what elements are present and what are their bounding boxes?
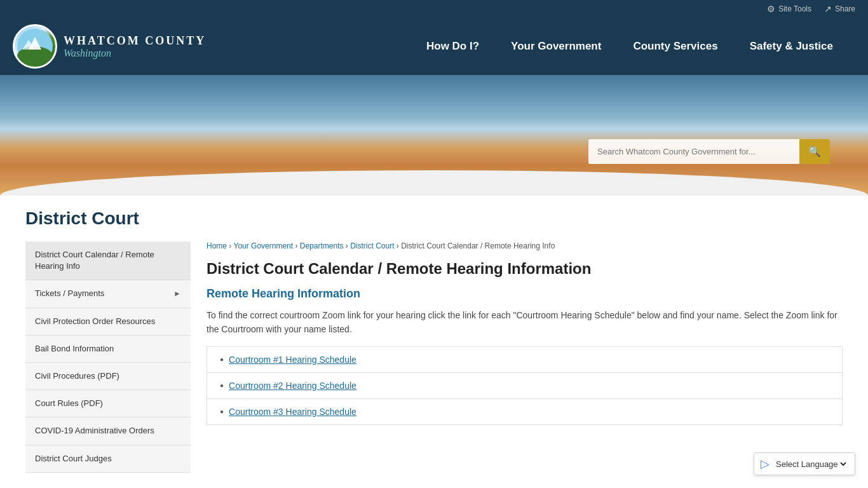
bullet-0: ● <box>220 356 224 363</box>
breadcrumb-home[interactable]: Home <box>207 241 227 250</box>
sidebar: District Court Calendar / Remote Hearing… <box>25 241 191 473</box>
sidebar-link-2[interactable]: Civil Protection Order Resources <box>25 308 191 335</box>
header-top-bar: Site Tools Share <box>0 0 868 18</box>
sidebar-link-6[interactable]: COVID-19 Administrative Orders <box>25 417 191 444</box>
sidebar-link-0[interactable]: District Court Calendar / Remote Hearing… <box>25 241 191 280</box>
share-icon <box>824 4 832 14</box>
language-selector[interactable]: ▷ Select Language <box>754 452 855 475</box>
breadcrumb-departments[interactable]: Departments <box>300 241 344 250</box>
sidebar-label-4: Civil Procedures (PDF) <box>35 370 119 382</box>
logo-image <box>13 24 57 69</box>
search-button[interactable]: 🔍 <box>799 139 830 164</box>
gear-icon <box>767 4 775 14</box>
breadcrumb: Home › Your Government › Departments › D… <box>207 241 843 250</box>
sidebar-item-2[interactable]: Civil Protection Order Resources <box>25 308 191 336</box>
bullet-1: ● <box>220 382 224 389</box>
sidebar-label-5: Court Rules (PDF) <box>35 398 103 409</box>
breadcrumb-district-court[interactable]: District Court <box>350 241 394 250</box>
logo-text: WHATCOM COUNTY Washington <box>64 34 206 59</box>
nav-county-services[interactable]: County Services <box>617 22 733 71</box>
sidebar-label-1: Tickets / Payments <box>35 288 104 299</box>
translate-icon: ▷ <box>761 457 770 471</box>
logo-washington: Washington <box>64 48 206 59</box>
sidebar-item-1[interactable]: Tickets / Payments ► <box>25 280 191 308</box>
content-description: To find the correct courtroom Zoom link … <box>207 308 843 337</box>
sidebar-label-0: District Court Calendar / Remote Hearing… <box>35 249 181 272</box>
site-tools-label: Site Tools <box>778 4 811 13</box>
nav-how-do-i[interactable]: How Do I? <box>410 22 495 71</box>
sidebar-item-7[interactable]: District Court Judges <box>25 445 191 473</box>
header-main: WHATCOM COUNTY Washington How Do I? Your… <box>0 18 868 75</box>
hearing-item-1: ● Courtroom #2 Hearing Schedule <box>207 372 843 398</box>
logo-whatcom: WHATCOM COUNTY <box>64 34 206 48</box>
content-area: District Court Calendar / Remote Hearing… <box>25 241 843 473</box>
sidebar-label-6: COVID-19 Administrative Orders <box>35 425 154 437</box>
share-label: Share <box>835 4 855 13</box>
sidebar-item-0[interactable]: District Court Calendar / Remote Hearing… <box>25 241 191 280</box>
breadcrumb-current: District Court Calendar / Remote Hearing… <box>401 241 555 250</box>
logo-area[interactable]: WHATCOM COUNTY Washington <box>13 18 219 75</box>
search-input[interactable] <box>588 140 799 163</box>
navigation-bar: How Do I? Your Government County Service… <box>219 22 855 71</box>
courtroom-2-link[interactable]: Courtroom #2 Hearing Schedule <box>229 381 356 391</box>
main-content: Home › Your Government › Departments › D… <box>207 241 843 473</box>
language-select[interactable]: Select Language <box>773 459 848 470</box>
sidebar-link-5[interactable]: Court Rules (PDF) <box>25 390 191 417</box>
sidebar-item-6[interactable]: COVID-19 Administrative Orders <box>25 417 191 445</box>
courtroom-1-link[interactable]: Courtroom #1 Hearing Schedule <box>229 355 356 365</box>
chevron-right-icon: ► <box>173 288 181 299</box>
sidebar-label-2: Civil Protection Order Resources <box>35 316 155 327</box>
sidebar-link-1[interactable]: Tickets / Payments ► <box>25 280 191 307</box>
search-bar: 🔍 <box>588 139 830 164</box>
share-link[interactable]: Share <box>824 4 855 14</box>
main-container: District Court District Court Calendar /… <box>0 196 868 485</box>
sidebar-item-5[interactable]: Court Rules (PDF) <box>25 390 191 417</box>
breadcrumb-your-gov[interactable]: Your Government <box>233 241 293 250</box>
page-title: District Court <box>25 208 843 229</box>
courtroom-3-link[interactable]: Courtroom #3 Hearing Schedule <box>229 407 356 417</box>
hero-image: 🔍 <box>0 75 868 196</box>
sidebar-item-4[interactable]: Civil Procedures (PDF) <box>25 363 191 390</box>
section-title: Remote Hearing Information <box>207 287 843 301</box>
nav-your-government[interactable]: Your Government <box>495 22 617 71</box>
breadcrumb-sep-1: › <box>295 241 299 250</box>
sidebar-link-4[interactable]: Civil Procedures (PDF) <box>25 363 191 390</box>
sidebar-link-3[interactable]: Bail Bond Information <box>25 336 191 362</box>
nav-safety-justice[interactable]: Safety & Justice <box>734 22 849 71</box>
sidebar-link-7[interactable]: District Court Judges <box>25 445 191 472</box>
hearing-item-0: ● Courtroom #1 Hearing Schedule <box>207 346 843 372</box>
sidebar-label-7: District Court Judges <box>35 453 112 464</box>
site-tools-link[interactable]: Site Tools <box>767 4 811 14</box>
hearing-item-2: ● Courtroom #3 Hearing Schedule <box>207 398 843 425</box>
bullet-2: ● <box>220 408 224 415</box>
sidebar-label-3: Bail Bond Information <box>35 343 114 355</box>
sidebar-item-3[interactable]: Bail Bond Information <box>25 336 191 363</box>
content-title: District Court Calendar / Remote Hearing… <box>207 260 843 278</box>
